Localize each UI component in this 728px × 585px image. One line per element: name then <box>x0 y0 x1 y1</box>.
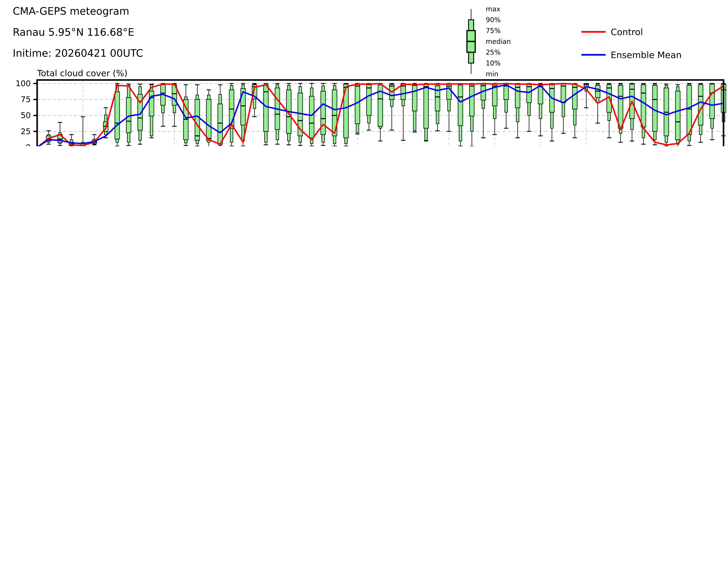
y-tick-label: 50 <box>21 111 31 120</box>
box-t56 <box>675 85 680 146</box>
box-25-75 <box>458 85 463 126</box>
legend-glyphs <box>467 9 606 74</box>
box-t28 <box>355 83 360 134</box>
box-25-75 <box>401 84 406 99</box>
box-t37 <box>458 83 463 146</box>
panel-title-0: Total cloud cover (%) <box>37 68 128 78</box>
box-25-75 <box>309 96 314 138</box>
box-25-75 <box>687 85 692 135</box>
box-t52 <box>630 83 634 141</box>
y-tick-label: 25 <box>21 127 31 136</box>
panel-0: Total cloud cover (%)0255075100 <box>16 68 726 146</box>
box-t41 <box>504 83 509 128</box>
box-t57 <box>687 83 692 145</box>
box-25-75 <box>206 99 211 140</box>
box-t21 <box>275 83 280 144</box>
box-t12 <box>172 83 177 126</box>
box-t16 <box>218 85 223 146</box>
box-t38 <box>469 83 474 146</box>
box-25-75 <box>424 84 428 128</box>
box-t8 <box>126 84 131 145</box>
box-t32 <box>401 83 406 140</box>
box-t26 <box>332 83 337 146</box>
box-25-75 <box>195 99 200 140</box>
box-25-75 <box>698 85 703 125</box>
box-t10 <box>149 84 154 138</box>
box-t11 <box>161 83 165 126</box>
box-25-75 <box>218 104 223 144</box>
meteogram-page: CMA-GEPS meteogram Ranau 5.95°N 116.68°E… <box>0 0 728 146</box>
y-tick-label: 100 <box>16 79 31 88</box>
box-25-75 <box>469 84 474 116</box>
box-25-75 <box>367 85 371 115</box>
box-25-75 <box>561 84 566 103</box>
box-25-75 <box>321 91 326 135</box>
meteogram-chart: Total cloud cover (%)0255075100Total pre… <box>0 0 728 146</box>
box-t54 <box>653 83 657 145</box>
box-t29 <box>367 83 371 130</box>
box-t50 <box>607 83 612 138</box>
box-t25 <box>321 83 326 145</box>
box-t51 <box>618 83 623 142</box>
box-25-75 <box>412 84 417 111</box>
box-25-75 <box>618 85 623 128</box>
y-tick-label: 75 <box>21 95 31 104</box>
box-t40 <box>492 83 497 135</box>
box-t46 <box>561 83 566 133</box>
box-25-75 <box>115 92 120 139</box>
box-25-75 <box>641 85 646 127</box>
box-25-75 <box>241 88 245 125</box>
box-t34 <box>424 83 428 141</box>
box-25-75 <box>446 84 451 99</box>
box-t53 <box>641 83 646 144</box>
box-25-75 <box>675 91 680 140</box>
box-t47 <box>572 83 577 138</box>
box-25-75 <box>572 84 577 109</box>
box-25-75 <box>710 84 714 119</box>
box-25-75 <box>515 84 520 108</box>
box-t45 <box>549 83 554 141</box>
box-t44 <box>538 83 543 136</box>
box-t17 <box>229 83 234 146</box>
box-25-75 <box>149 91 154 116</box>
y-tick-label: 0 <box>26 143 31 146</box>
box-t20 <box>264 83 268 145</box>
